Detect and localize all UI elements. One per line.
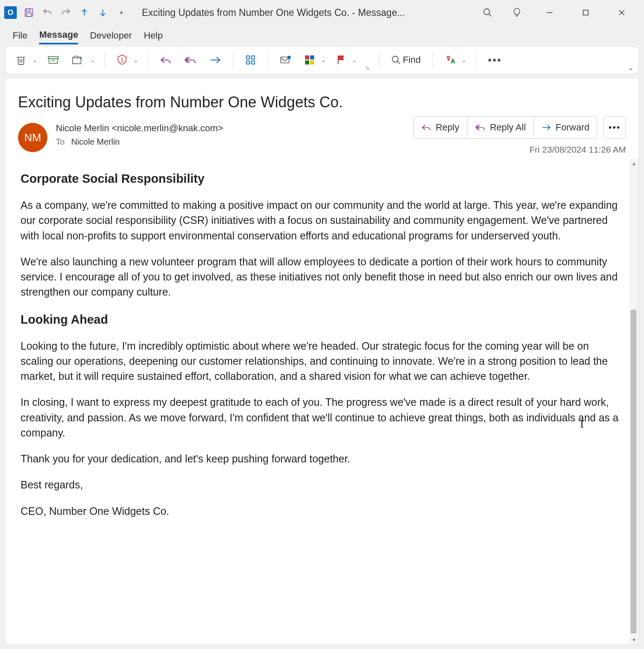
separator bbox=[104, 52, 105, 68]
flag-dropdown-icon[interactable]: ⌄ bbox=[352, 57, 357, 63]
lightbulb-icon[interactable] bbox=[511, 6, 523, 19]
reply-all-icon bbox=[475, 123, 486, 132]
delete-dropdown-icon[interactable]: ⌄ bbox=[32, 57, 37, 63]
body-paragraph: Looking to the future, I'm incredibly op… bbox=[21, 338, 623, 384]
maximize-button[interactable] bbox=[576, 4, 595, 21]
svg-point-24 bbox=[392, 56, 398, 62]
svg-point-13 bbox=[122, 61, 123, 62]
message-actions: Reply Reply All Forward ••• bbox=[413, 116, 626, 139]
window-controls bbox=[481, 4, 640, 21]
separator bbox=[233, 52, 233, 68]
find-icon[interactable]: Find bbox=[388, 52, 423, 68]
window-title: Exciting Updates from Number One Widgets… bbox=[128, 7, 481, 18]
translate-icon[interactable] bbox=[442, 52, 458, 68]
tab-file[interactable]: File bbox=[13, 28, 27, 44]
customize-qat-icon[interactable]: ▾ bbox=[115, 6, 128, 19]
previous-item-icon[interactable] bbox=[78, 6, 91, 19]
svg-rect-14 bbox=[246, 56, 250, 59]
reply-all-label: Reply All bbox=[490, 122, 526, 133]
scroll-up-icon[interactable]: ▴ bbox=[629, 159, 639, 168]
scroll-thumb[interactable] bbox=[631, 310, 636, 633]
message-subject: Exciting Updates from Number One Widgets… bbox=[18, 93, 626, 111]
message-body-scroll: Corporate Social Responsibility As a com… bbox=[5, 159, 639, 644]
next-item-icon[interactable] bbox=[96, 6, 109, 19]
outlook-icon: O bbox=[4, 6, 17, 19]
categorize-icon[interactable] bbox=[302, 52, 318, 68]
delete-icon[interactable] bbox=[13, 52, 29, 68]
message-body: Corporate Social Responsibility As a com… bbox=[5, 159, 639, 644]
message-panel: Exciting Updates from Number One Widgets… bbox=[5, 78, 639, 645]
more-commands-icon[interactable]: ••• bbox=[485, 52, 504, 68]
separator bbox=[148, 52, 148, 68]
reply-label: Reply bbox=[435, 122, 459, 133]
heading-csr: Corporate Social Responsibility bbox=[21, 170, 623, 187]
svg-point-19 bbox=[287, 56, 291, 59]
svg-rect-17 bbox=[251, 61, 255, 64]
minimize-button[interactable] bbox=[540, 4, 559, 21]
tab-help[interactable]: Help bbox=[144, 28, 163, 44]
svg-rect-15 bbox=[251, 56, 255, 59]
body-paragraph: In closing, I want to express my deepest… bbox=[21, 395, 623, 440]
message-timestamp: Fri 23/08/2024 11:26 AM bbox=[529, 145, 626, 155]
title-bar: O ▾ Exciting Updates from Number One Wid… bbox=[0, 0, 644, 25]
svg-rect-9 bbox=[49, 59, 57, 63]
tab-message[interactable]: Message bbox=[39, 27, 78, 44]
apps-icon[interactable] bbox=[242, 52, 258, 68]
sender-avatar[interactable]: NM bbox=[18, 123, 47, 152]
body-paragraph: As a company, we're committed to making … bbox=[21, 197, 623, 243]
report-dropdown-icon[interactable]: ⌄ bbox=[133, 57, 138, 63]
forward-button[interactable]: Forward bbox=[534, 116, 597, 139]
to-label: To bbox=[56, 137, 65, 146]
scrollbar[interactable]: ▴ ▾ bbox=[629, 159, 639, 644]
more-icon: ••• bbox=[608, 122, 621, 133]
dialog-launcher-icon[interactable]: ↘ bbox=[365, 64, 370, 71]
separator bbox=[268, 52, 268, 68]
ribbon-expand-icon[interactable]: ⌄ bbox=[628, 64, 634, 72]
close-button[interactable] bbox=[612, 4, 631, 21]
body-paragraph: Thank you for your dedication, and let's… bbox=[21, 451, 623, 466]
reply-icon bbox=[421, 123, 431, 132]
undo-icon[interactable] bbox=[41, 6, 54, 19]
body-signature: CEO, Number One Widgets Co. bbox=[21, 504, 623, 519]
redo-icon[interactable] bbox=[60, 6, 72, 19]
translate-dropdown-icon[interactable]: ⌄ bbox=[461, 57, 467, 63]
heading-ahead: Looking Ahead bbox=[21, 311, 623, 328]
svg-rect-21 bbox=[310, 55, 314, 60]
text-cursor-icon: I bbox=[580, 416, 584, 431]
svg-rect-20 bbox=[305, 55, 309, 60]
save-icon[interactable] bbox=[23, 6, 35, 19]
svg-rect-22 bbox=[305, 60, 309, 65]
body-paragraph: Best regards, bbox=[21, 477, 623, 492]
search-icon[interactable] bbox=[481, 6, 494, 19]
svg-rect-16 bbox=[246, 61, 250, 64]
body-paragraph: We're also launching a new volunteer pro… bbox=[21, 254, 623, 300]
mark-unread-icon[interactable] bbox=[277, 52, 294, 68]
svg-point-3 bbox=[484, 9, 490, 15]
tab-developer[interactable]: Developer bbox=[90, 28, 132, 44]
archive-icon[interactable] bbox=[45, 52, 62, 68]
reply-ribbon-icon[interactable] bbox=[157, 52, 174, 68]
separator bbox=[476, 52, 476, 68]
svg-rect-23 bbox=[310, 60, 314, 65]
flag-icon[interactable] bbox=[334, 52, 349, 68]
sender-name[interactable]: Nicole Merlin <nicole.merlin@knak.com> bbox=[56, 123, 223, 134]
recipient-line: To Nicole Merlin bbox=[56, 137, 223, 147]
recipient-name[interactable]: Nicole Merlin bbox=[71, 137, 120, 146]
separator bbox=[379, 52, 379, 68]
svg-rect-1 bbox=[26, 9, 30, 11]
report-icon[interactable] bbox=[114, 52, 130, 68]
reply-all-ribbon-icon[interactable] bbox=[182, 52, 199, 68]
move-dropdown-icon[interactable]: ⌄ bbox=[90, 57, 95, 63]
reply-all-button[interactable]: Reply All bbox=[467, 116, 534, 139]
more-actions-button[interactable]: ••• bbox=[603, 116, 626, 139]
ribbon: ⌄ ⌄ ⌄ ⌄ ⌄ ↘ Find ⌄ ••• ⌄ bbox=[5, 46, 639, 74]
separator bbox=[433, 52, 433, 68]
forward-label: Forward bbox=[555, 122, 589, 133]
move-icon[interactable] bbox=[69, 52, 87, 68]
forward-icon bbox=[541, 123, 551, 132]
scroll-down-icon[interactable]: ▾ bbox=[629, 635, 639, 644]
menu-tabs: File Message Developer Help bbox=[0, 25, 644, 46]
categorize-dropdown-icon[interactable]: ⌄ bbox=[321, 57, 326, 63]
forward-ribbon-icon[interactable] bbox=[207, 52, 224, 68]
reply-button[interactable]: Reply bbox=[413, 116, 467, 139]
